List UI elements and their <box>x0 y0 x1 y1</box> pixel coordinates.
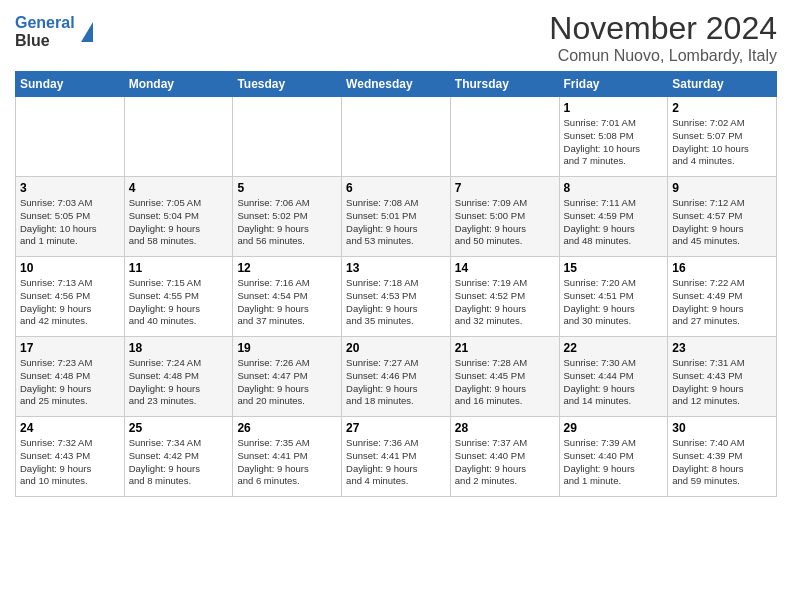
week-row-0: 1Sunrise: 7:01 AM Sunset: 5:08 PM Daylig… <box>16 97 777 177</box>
day-cell: 12Sunrise: 7:16 AM Sunset: 4:54 PM Dayli… <box>233 257 342 337</box>
calendar-table: SundayMondayTuesdayWednesdayThursdayFrid… <box>15 71 777 497</box>
calendar-title: November 2024 <box>549 10 777 47</box>
day-info: Sunrise: 7:32 AM Sunset: 4:43 PM Dayligh… <box>20 437 120 488</box>
day-info: Sunrise: 7:09 AM Sunset: 5:00 PM Dayligh… <box>455 197 555 248</box>
day-number: 28 <box>455 421 555 435</box>
calendar-header: SundayMondayTuesdayWednesdayThursdayFrid… <box>16 72 777 97</box>
day-number: 11 <box>129 261 229 275</box>
day-info: Sunrise: 7:31 AM Sunset: 4:43 PM Dayligh… <box>672 357 772 408</box>
day-number: 5 <box>237 181 337 195</box>
day-cell: 28Sunrise: 7:37 AM Sunset: 4:40 PM Dayli… <box>450 417 559 497</box>
day-info: Sunrise: 7:23 AM Sunset: 4:48 PM Dayligh… <box>20 357 120 408</box>
day-info: Sunrise: 7:13 AM Sunset: 4:56 PM Dayligh… <box>20 277 120 328</box>
day-info: Sunrise: 7:26 AM Sunset: 4:47 PM Dayligh… <box>237 357 337 408</box>
day-info: Sunrise: 7:37 AM Sunset: 4:40 PM Dayligh… <box>455 437 555 488</box>
day-number: 10 <box>20 261 120 275</box>
day-info: Sunrise: 7:08 AM Sunset: 5:01 PM Dayligh… <box>346 197 446 248</box>
header-monday: Monday <box>124 72 233 97</box>
day-info: Sunrise: 7:03 AM Sunset: 5:05 PM Dayligh… <box>20 197 120 248</box>
day-info: Sunrise: 7:40 AM Sunset: 4:39 PM Dayligh… <box>672 437 772 488</box>
day-cell: 15Sunrise: 7:20 AM Sunset: 4:51 PM Dayli… <box>559 257 668 337</box>
day-cell <box>342 97 451 177</box>
header-tuesday: Tuesday <box>233 72 342 97</box>
day-number: 18 <box>129 341 229 355</box>
day-info: Sunrise: 7:19 AM Sunset: 4:52 PM Dayligh… <box>455 277 555 328</box>
day-info: Sunrise: 7:24 AM Sunset: 4:48 PM Dayligh… <box>129 357 229 408</box>
header-row: SundayMondayTuesdayWednesdayThursdayFrid… <box>16 72 777 97</box>
day-cell: 14Sunrise: 7:19 AM Sunset: 4:52 PM Dayli… <box>450 257 559 337</box>
day-info: Sunrise: 7:20 AM Sunset: 4:51 PM Dayligh… <box>564 277 664 328</box>
week-row-4: 24Sunrise: 7:32 AM Sunset: 4:43 PM Dayli… <box>16 417 777 497</box>
week-row-1: 3Sunrise: 7:03 AM Sunset: 5:05 PM Daylig… <box>16 177 777 257</box>
day-number: 29 <box>564 421 664 435</box>
logo-text: General Blue <box>15 14 75 49</box>
week-row-2: 10Sunrise: 7:13 AM Sunset: 4:56 PM Dayli… <box>16 257 777 337</box>
day-cell: 9Sunrise: 7:12 AM Sunset: 4:57 PM Daylig… <box>668 177 777 257</box>
day-info: Sunrise: 7:02 AM Sunset: 5:07 PM Dayligh… <box>672 117 772 168</box>
day-info: Sunrise: 7:39 AM Sunset: 4:40 PM Dayligh… <box>564 437 664 488</box>
day-number: 3 <box>20 181 120 195</box>
day-cell: 26Sunrise: 7:35 AM Sunset: 4:41 PM Dayli… <box>233 417 342 497</box>
day-cell: 5Sunrise: 7:06 AM Sunset: 5:02 PM Daylig… <box>233 177 342 257</box>
day-cell: 22Sunrise: 7:30 AM Sunset: 4:44 PM Dayli… <box>559 337 668 417</box>
header-sunday: Sunday <box>16 72 125 97</box>
day-number: 16 <box>672 261 772 275</box>
day-cell: 11Sunrise: 7:15 AM Sunset: 4:55 PM Dayli… <box>124 257 233 337</box>
day-cell: 17Sunrise: 7:23 AM Sunset: 4:48 PM Dayli… <box>16 337 125 417</box>
day-number: 17 <box>20 341 120 355</box>
day-info: Sunrise: 7:35 AM Sunset: 4:41 PM Dayligh… <box>237 437 337 488</box>
day-number: 2 <box>672 101 772 115</box>
day-info: Sunrise: 7:06 AM Sunset: 5:02 PM Dayligh… <box>237 197 337 248</box>
day-info: Sunrise: 7:18 AM Sunset: 4:53 PM Dayligh… <box>346 277 446 328</box>
day-number: 23 <box>672 341 772 355</box>
calendar-body: 1Sunrise: 7:01 AM Sunset: 5:08 PM Daylig… <box>16 97 777 497</box>
day-info: Sunrise: 7:16 AM Sunset: 4:54 PM Dayligh… <box>237 277 337 328</box>
calendar-subtitle: Comun Nuovo, Lombardy, Italy <box>549 47 777 65</box>
day-number: 1 <box>564 101 664 115</box>
day-cell: 25Sunrise: 7:34 AM Sunset: 4:42 PM Dayli… <box>124 417 233 497</box>
day-cell: 10Sunrise: 7:13 AM Sunset: 4:56 PM Dayli… <box>16 257 125 337</box>
day-info: Sunrise: 7:28 AM Sunset: 4:45 PM Dayligh… <box>455 357 555 408</box>
day-number: 7 <box>455 181 555 195</box>
day-cell: 24Sunrise: 7:32 AM Sunset: 4:43 PM Dayli… <box>16 417 125 497</box>
day-info: Sunrise: 7:22 AM Sunset: 4:49 PM Dayligh… <box>672 277 772 328</box>
day-cell: 20Sunrise: 7:27 AM Sunset: 4:46 PM Dayli… <box>342 337 451 417</box>
day-number: 30 <box>672 421 772 435</box>
day-cell <box>16 97 125 177</box>
day-number: 27 <box>346 421 446 435</box>
day-number: 20 <box>346 341 446 355</box>
day-cell <box>124 97 233 177</box>
header-wednesday: Wednesday <box>342 72 451 97</box>
day-cell: 30Sunrise: 7:40 AM Sunset: 4:39 PM Dayli… <box>668 417 777 497</box>
day-cell: 21Sunrise: 7:28 AM Sunset: 4:45 PM Dayli… <box>450 337 559 417</box>
day-number: 24 <box>20 421 120 435</box>
day-number: 15 <box>564 261 664 275</box>
day-cell: 2Sunrise: 7:02 AM Sunset: 5:07 PM Daylig… <box>668 97 777 177</box>
day-cell: 18Sunrise: 7:24 AM Sunset: 4:48 PM Dayli… <box>124 337 233 417</box>
header-saturday: Saturday <box>668 72 777 97</box>
day-cell: 23Sunrise: 7:31 AM Sunset: 4:43 PM Dayli… <box>668 337 777 417</box>
week-row-3: 17Sunrise: 7:23 AM Sunset: 4:48 PM Dayli… <box>16 337 777 417</box>
day-cell: 3Sunrise: 7:03 AM Sunset: 5:05 PM Daylig… <box>16 177 125 257</box>
day-number: 4 <box>129 181 229 195</box>
day-number: 25 <box>129 421 229 435</box>
header-thursday: Thursday <box>450 72 559 97</box>
day-info: Sunrise: 7:34 AM Sunset: 4:42 PM Dayligh… <box>129 437 229 488</box>
logo-icon <box>81 22 93 42</box>
page-header: General Blue November 2024 Comun Nuovo, … <box>15 10 777 65</box>
logo-general: General <box>15 14 75 31</box>
day-info: Sunrise: 7:30 AM Sunset: 4:44 PM Dayligh… <box>564 357 664 408</box>
day-info: Sunrise: 7:05 AM Sunset: 5:04 PM Dayligh… <box>129 197 229 248</box>
day-cell: 4Sunrise: 7:05 AM Sunset: 5:04 PM Daylig… <box>124 177 233 257</box>
day-cell: 19Sunrise: 7:26 AM Sunset: 4:47 PM Dayli… <box>233 337 342 417</box>
day-cell: 16Sunrise: 7:22 AM Sunset: 4:49 PM Dayli… <box>668 257 777 337</box>
day-cell: 6Sunrise: 7:08 AM Sunset: 5:01 PM Daylig… <box>342 177 451 257</box>
day-number: 13 <box>346 261 446 275</box>
day-number: 21 <box>455 341 555 355</box>
day-info: Sunrise: 7:11 AM Sunset: 4:59 PM Dayligh… <box>564 197 664 248</box>
day-cell <box>233 97 342 177</box>
header-friday: Friday <box>559 72 668 97</box>
title-block: November 2024 Comun Nuovo, Lombardy, Ita… <box>549 10 777 65</box>
day-number: 9 <box>672 181 772 195</box>
day-number: 8 <box>564 181 664 195</box>
